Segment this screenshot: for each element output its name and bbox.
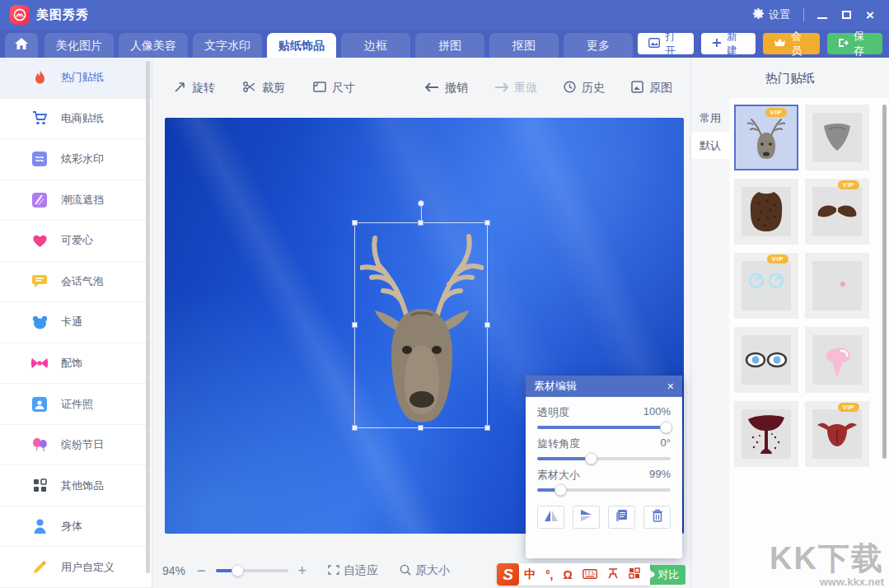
original-image-button[interactable]: 原图 (631, 81, 672, 96)
member-button[interactable]: 会员 (763, 33, 820, 54)
save-button[interactable]: 保存 (827, 33, 882, 54)
crown-icon (774, 38, 786, 50)
sticker-thumb-mustache[interactable]: VIP (805, 179, 869, 245)
rotate-handle[interactable] (418, 200, 424, 207)
zoom-slider-thumb[interactable] (232, 565, 244, 577)
tab-frame[interactable]: 边框 (341, 33, 410, 58)
sticker-selection-box[interactable] (354, 222, 488, 428)
deer-head-icon (742, 113, 791, 162)
tab-collage[interactable]: 拼图 (415, 33, 484, 58)
size-button[interactable]: 尺寸 (313, 81, 355, 96)
zoom-out-button[interactable]: − (197, 562, 206, 580)
pencil-icon (31, 559, 48, 576)
sidebar-item-accessories[interactable]: 配饰 (0, 343, 152, 385)
clock-icon (564, 81, 576, 96)
sticker-thumb-gray-beard[interactable] (805, 105, 869, 170)
original-size-button[interactable]: 原大小 (400, 563, 450, 578)
tab-stickers[interactable]: 贴纸饰品 (267, 33, 336, 58)
maximize-button[interactable] (842, 11, 851, 19)
sidebar-item-cute-hearts[interactable]: 可爱心 (0, 221, 152, 262)
flip-horizontal-button[interactable] (537, 506, 564, 529)
sidebar-item-ecommerce-stickers[interactable]: 电商贴纸 (0, 99, 152, 140)
resize-handle-sw[interactable] (352, 425, 358, 431)
watermark-icon (31, 151, 48, 167)
copy-material-button[interactable] (608, 506, 635, 529)
open-button[interactable]: 打开 (638, 33, 694, 54)
material-edit-header[interactable]: 素材编辑 × (526, 376, 682, 397)
sidebar-item-other-ornaments[interactable]: 其他饰品 (0, 465, 152, 506)
undo-button[interactable]: 撤销 (425, 81, 468, 96)
material-size-slider[interactable] (537, 488, 671, 492)
vip-badge: VIP (765, 108, 787, 117)
resize-handle-w[interactable] (352, 322, 358, 328)
tab-default[interactable]: 默认 (691, 132, 729, 159)
sidebar-item-id-photo[interactable]: 证件照 (0, 384, 152, 425)
sticker-thumb-pink-dot[interactable] (805, 253, 869, 319)
resize-handle-n[interactable] (418, 220, 423, 226)
rotation-slider-thumb[interactable] (585, 453, 597, 465)
tab-more[interactable]: 更多 (564, 33, 633, 58)
tab-cutout[interactable]: 抠图 (489, 33, 559, 58)
ime-toolbar[interactable]: S 中 °, Ω (497, 563, 650, 586)
opacity-slider-thumb[interactable] (660, 422, 672, 434)
tab-portrait[interactable]: 人像美容 (119, 33, 188, 58)
rotation-slider[interactable] (537, 457, 671, 460)
opacity-slider[interactable] (537, 426, 671, 429)
home-tab[interactable] (5, 33, 38, 58)
ime-toolbox-icon[interactable] (624, 567, 645, 581)
rotate-button[interactable]: 旋转 (174, 81, 215, 96)
sidebar-item-cartoon[interactable]: 卡通 (0, 302, 152, 343)
sidebar-item-hot-stickers[interactable]: 热门贴纸 (0, 58, 152, 99)
resize-handle-e[interactable] (484, 322, 490, 328)
tab-text-watermark[interactable]: 文字水印 (193, 33, 262, 58)
history-button[interactable]: 历史 (564, 81, 605, 96)
deer-head-sticker[interactable] (360, 230, 484, 427)
ime-tool-icon[interactable] (602, 567, 624, 581)
resize-handle-nw[interactable] (352, 220, 358, 226)
sidebar-item-speech-bubbles[interactable]: 会话气泡 (0, 262, 152, 303)
sticker-thumb-fur-vest[interactable] (734, 179, 798, 245)
zoom-in-button[interactable]: + (298, 562, 307, 580)
resize-handle-se[interactable] (484, 425, 490, 431)
sidebar-item-custom[interactable]: 用户自定义 (0, 547, 152, 588)
sticker-thumb-deer-head[interactable]: VIP (734, 105, 798, 170)
ime-punctuation-button[interactable]: °, (540, 568, 559, 581)
edit-toolbar: 旋转 裁剪 尺寸 撤销 重做 (152, 58, 690, 118)
tab-common[interactable]: 常用 (691, 105, 729, 132)
sticker-thumb-wine-splash[interactable] (734, 401, 798, 467)
sidebar-item-body[interactable]: 身体 (0, 506, 152, 548)
sidebar-item-trend-mask[interactable]: 潮流遮挡 (0, 180, 152, 222)
ime-keyboard-icon[interactable] (578, 568, 602, 581)
sidebar-item-colorful-watermark[interactable]: 炫彩水印 (0, 139, 152, 180)
glow-spiral-eyes-icon (742, 261, 791, 310)
close-button[interactable]: × (866, 8, 874, 22)
ime-symbol-button[interactable]: Ω (559, 568, 578, 581)
material-size-label: 素材大小 (537, 468, 580, 483)
settings-button[interactable]: 设置 (752, 7, 790, 22)
flip-vertical-button[interactable] (573, 506, 600, 529)
sticker-thumb-red-tongue[interactable]: VIP (805, 401, 869, 467)
sticker-thumb-cartoon-eyes[interactable] (734, 327, 798, 393)
redo-button[interactable]: 重做 (494, 81, 537, 96)
resize-handle-ne[interactable] (484, 220, 490, 226)
sticker-panel-scrollbar[interactable] (882, 105, 887, 459)
copy-icon (615, 509, 628, 525)
sticker-thumb-pink-swirl[interactable] (805, 327, 869, 393)
ime-logo-icon[interactable]: S (497, 563, 519, 586)
material-size-slider-thumb[interactable] (554, 484, 567, 497)
panel-close-button[interactable]: × (667, 380, 674, 393)
tab-beautify[interactable]: 美化图片 (44, 33, 114, 58)
fit-to-screen-button[interactable]: 自适应 (328, 563, 378, 578)
opacity-label: 透明度 (537, 405, 569, 420)
ime-mode-button[interactable]: 中 (519, 567, 540, 582)
gear-icon (752, 7, 765, 22)
crop-button[interactable]: 裁剪 (243, 81, 285, 96)
minimize-button[interactable] (817, 11, 827, 19)
sticker-thumb-glow-spiral-eyes[interactable]: VIP (734, 253, 798, 319)
sidebar-scrollbar[interactable] (146, 61, 150, 573)
new-button[interactable]: 新建 (701, 33, 756, 54)
zoom-slider[interactable] (216, 569, 288, 572)
delete-material-button[interactable] (643, 506, 671, 529)
app-title: 美图秀秀 (36, 7, 89, 23)
sidebar-item-festival[interactable]: 缤纷节日 (0, 425, 152, 466)
